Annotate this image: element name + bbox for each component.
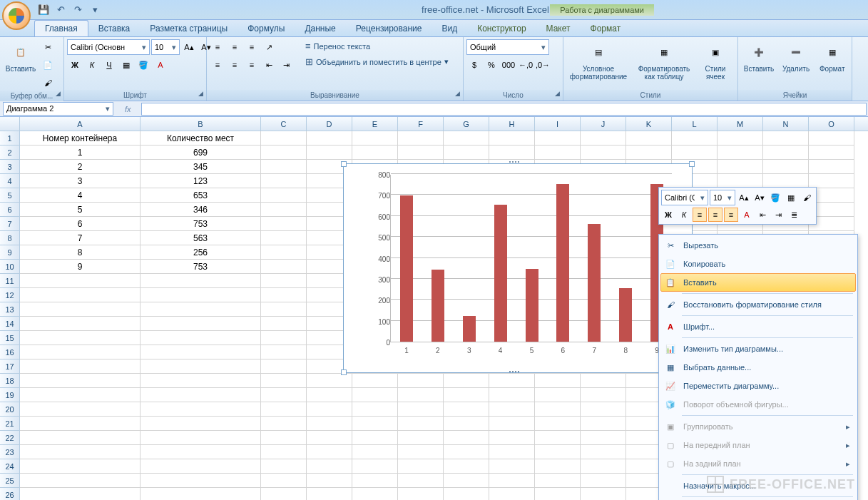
align-center-icon[interactable]: ≡ [708, 208, 723, 222]
cell[interactable] [261, 245, 307, 260]
cell[interactable] [141, 474, 261, 488]
insert-cells-button[interactable]: ➕Вставить [741, 39, 777, 74]
cell[interactable] [718, 174, 763, 188]
cell[interactable] [20, 374, 141, 388]
row-header[interactable]: 17 [0, 359, 20, 374]
cell[interactable] [141, 417, 261, 431]
cell[interactable] [489, 474, 535, 488]
cut-icon[interactable]: ✂ [40, 39, 56, 55]
cell[interactable] [398, 488, 444, 500]
align-right-icon[interactable]: ≡ [244, 57, 260, 73]
cell[interactable] [489, 402, 535, 417]
cell[interactable] [261, 388, 307, 402]
row-header[interactable]: 16 [0, 345, 20, 359]
launcher-icon[interactable]: ◢ [195, 90, 205, 100]
row-header[interactable]: 1 [0, 131, 20, 146]
cell[interactable]: 345 [141, 160, 261, 174]
format-painter-icon[interactable]: 🖌 [40, 75, 56, 91]
cell[interactable] [444, 445, 489, 459]
align-middle-icon[interactable]: ≡ [227, 39, 242, 55]
row-header[interactable]: 18 [0, 374, 20, 388]
cell[interactable] [489, 459, 535, 474]
cell[interactable] [20, 488, 141, 500]
cell[interactable] [307, 388, 352, 402]
cell[interactable] [444, 146, 489, 160]
cell[interactable] [535, 131, 581, 146]
cell[interactable] [581, 388, 626, 402]
cell[interactable] [809, 131, 854, 146]
cell[interactable] [352, 431, 398, 445]
tab-data[interactable]: Данные [295, 21, 345, 36]
cell[interactable] [20, 445, 141, 459]
cell[interactable] [261, 402, 307, 417]
cell[interactable] [20, 331, 141, 345]
column-header[interactable]: G [444, 117, 489, 131]
chart-bar[interactable] [619, 288, 632, 342]
cell[interactable] [141, 402, 261, 417]
save-icon[interactable]: 💾 [36, 2, 51, 18]
cell[interactable] [141, 331, 261, 345]
cell[interactable] [809, 174, 854, 188]
cell[interactable] [763, 146, 809, 160]
fx-button[interactable]: fx [116, 105, 140, 113]
bullets-icon[interactable]: ≣ [787, 208, 801, 222]
cell[interactable] [261, 459, 307, 474]
align-right-icon[interactable]: ≡ [724, 208, 738, 222]
cell[interactable] [581, 474, 626, 488]
qat-menu-icon[interactable]: ▾ [87, 2, 103, 18]
launcher-icon[interactable]: ◢ [53, 90, 63, 100]
cell[interactable] [307, 488, 352, 500]
cell[interactable] [261, 331, 307, 345]
cell[interactable] [261, 445, 307, 459]
cell[interactable] [20, 317, 141, 331]
row-header[interactable]: 23 [0, 445, 20, 459]
cell[interactable] [535, 474, 581, 488]
ctx-copy[interactable]: 📄Копировать [660, 255, 856, 273]
cell[interactable] [489, 374, 535, 388]
mini-size-dropdown[interactable]: ▾ [710, 190, 735, 205]
cell[interactable] [809, 146, 854, 160]
cell[interactable] [489, 417, 535, 431]
tab-formulas[interactable]: Формулы [238, 21, 295, 36]
tab-layout[interactable]: Макет [536, 21, 581, 36]
borders-icon[interactable]: ▦ [118, 57, 134, 73]
row-header[interactable]: 24 [0, 459, 20, 474]
cell[interactable] [398, 374, 444, 388]
cell[interactable] [261, 474, 307, 488]
tab-insert[interactable]: Вставка [88, 21, 141, 36]
ctx-move-chart[interactable]: 📈Переместить диаграмму... [660, 377, 856, 395]
increase-decimal-icon[interactable]: ←,0 [518, 57, 533, 73]
column-header[interactable]: J [581, 117, 626, 131]
cell[interactable]: 563 [141, 231, 261, 245]
cell[interactable] [261, 217, 307, 231]
row-header[interactable]: 12 [0, 288, 20, 302]
cell[interactable] [20, 459, 141, 474]
column-header[interactable]: K [626, 117, 672, 131]
cell[interactable]: 753 [141, 217, 261, 231]
cell[interactable] [398, 445, 444, 459]
cell[interactable] [141, 445, 261, 459]
cell[interactable] [444, 488, 489, 500]
cell[interactable] [261, 488, 307, 500]
cell[interactable] [535, 431, 581, 445]
launcher-icon[interactable]: ◢ [552, 90, 562, 100]
row-header[interactable]: 9 [0, 245, 20, 260]
cell[interactable] [535, 402, 581, 417]
cell-styles-button[interactable]: ▣ Стили ячеек [698, 39, 733, 82]
cell[interactable]: Количество мест [141, 131, 261, 146]
cell[interactable] [20, 288, 141, 302]
cell[interactable] [489, 388, 535, 402]
column-header[interactable]: H [489, 117, 535, 131]
cell[interactable] [307, 146, 352, 160]
cell[interactable] [141, 359, 261, 374]
resize-handle[interactable] [341, 369, 347, 375]
row-header[interactable]: 14 [0, 317, 20, 331]
font-color-icon[interactable]: A [740, 208, 754, 222]
cell[interactable]: 1 [20, 146, 141, 160]
cell[interactable] [763, 131, 809, 146]
cell[interactable] [444, 374, 489, 388]
chart-bar[interactable] [494, 205, 507, 342]
cell[interactable] [444, 131, 489, 146]
currency-icon[interactable]: $ [466, 57, 482, 73]
align-bottom-icon[interactable]: ≡ [244, 39, 260, 55]
